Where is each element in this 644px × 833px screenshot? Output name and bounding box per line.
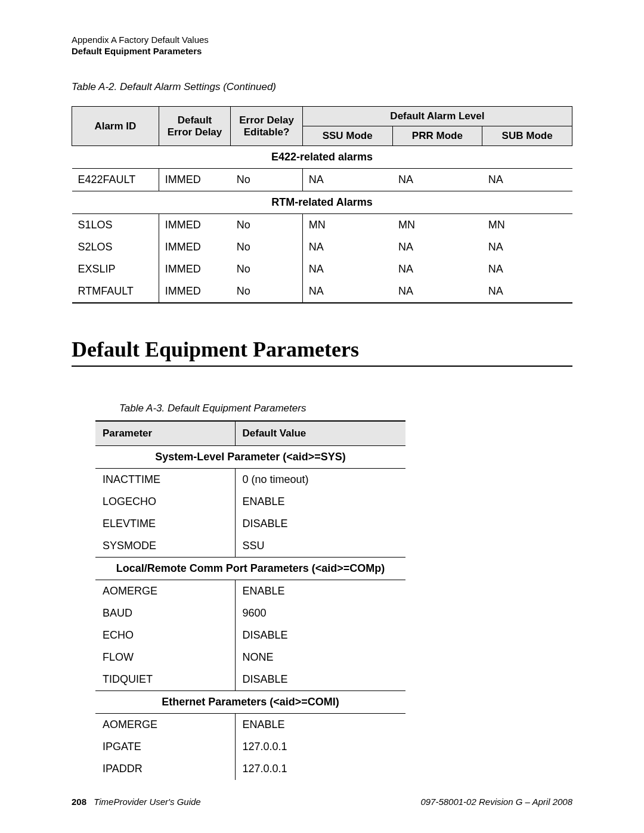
col-default-alarm-level: Default Alarm Level: [302, 107, 572, 126]
table-cell: NA: [302, 280, 392, 303]
table-cell: MN: [302, 214, 392, 237]
param-name: FLOW: [95, 646, 235, 668]
footer-revision: 097-58001-02 Revision G – April 2008: [420, 797, 572, 807]
table-cell: No: [231, 214, 303, 237]
table-cell: EXSLIP: [72, 258, 159, 280]
table-cell: NA: [482, 169, 572, 191]
param-name: IPGATE: [95, 736, 235, 758]
param-value: 0 (no timeout): [235, 469, 405, 491]
running-header-line1: Appendix A Factory Default Values: [72, 35, 572, 45]
table-cell: NA: [302, 236, 392, 258]
table-section-title: RTM-related Alarms: [72, 191, 572, 214]
table-cell: S1LOS: [72, 214, 159, 237]
table-cell: NA: [482, 280, 572, 303]
table-cell: MN: [482, 214, 572, 237]
param-name: LOGECHO: [95, 491, 235, 513]
param-name: ELEVTIME: [95, 513, 235, 535]
table-cell: No: [231, 280, 303, 303]
col-default-error-delay: Default Error Delay: [159, 107, 231, 146]
param-value: ENABLE: [235, 580, 405, 603]
col-alarm-id: Alarm ID: [72, 107, 159, 146]
param-name: AOMERGE: [95, 714, 235, 736]
table-cell: IMMED: [159, 169, 231, 191]
footer-book-title: TimeProvider User's Guide: [94, 797, 200, 807]
table-cell: NA: [392, 169, 482, 191]
table-cell: RTMFAULT: [72, 280, 159, 303]
table-cell: NA: [302, 258, 392, 280]
table-cell: No: [231, 258, 303, 280]
table-cell: IMMED: [159, 258, 231, 280]
param-value: DISABLE: [235, 513, 405, 535]
table-cell: No: [231, 169, 303, 191]
col-error-delay-editable: Error Delay Editable?: [231, 107, 303, 146]
running-header-line2: Default Equipment Parameters: [72, 46, 572, 56]
table-cell: IMMED: [159, 236, 231, 258]
table-cell: MN: [392, 214, 482, 237]
param-value: SSU: [235, 535, 405, 558]
param-value: NONE: [235, 646, 405, 668]
table-cell: E422FAULT: [72, 169, 159, 191]
param-name: INACTTIME: [95, 469, 235, 491]
page-footer: 208 TimeProvider User's Guide 097-58001-…: [72, 797, 572, 807]
table-cell: NA: [302, 169, 392, 191]
table-cell: NA: [392, 280, 482, 303]
col-prr-mode: PRR Mode: [392, 126, 482, 146]
param-name: ECHO: [95, 624, 235, 646]
equipment-parameters-table: Parameter Default Value System-Level Par…: [95, 420, 405, 780]
table-cell: NA: [482, 236, 572, 258]
param-value: DISABLE: [235, 624, 405, 646]
param-section-title: Ethernet Parameters (<aid>=COMI): [95, 691, 405, 714]
param-name: IPADDR: [95, 758, 235, 780]
col-parameter: Parameter: [95, 421, 235, 446]
param-value: 127.0.0.1: [235, 758, 405, 780]
page-number: 208: [72, 797, 86, 807]
table-cell: NA: [392, 258, 482, 280]
table-cell: S2LOS: [72, 236, 159, 258]
param-value: ENABLE: [235, 714, 405, 736]
param-name: SYSMODE: [95, 535, 235, 558]
alarm-settings-table: Alarm ID Default Error Delay Error Delay…: [72, 106, 572, 304]
param-name: TIDQUIET: [95, 668, 235, 691]
table-a3-caption: Table A-3. Default Equipment Parameters: [119, 402, 572, 414]
table-a2-caption: Table A-2. Default Alarm Settings (Conti…: [72, 81, 572, 93]
param-section-title: Local/Remote Comm Port Parameters (<aid>…: [95, 558, 405, 580]
col-sub-mode: SUB Mode: [482, 126, 572, 146]
param-section-title: System-Level Parameter (<aid>=SYS): [95, 446, 405, 469]
param-name: AOMERGE: [95, 580, 235, 603]
param-value: 9600: [235, 602, 405, 624]
table-section-title: E422-related alarms: [72, 146, 572, 169]
table-cell: No: [231, 236, 303, 258]
param-value: DISABLE: [235, 668, 405, 691]
param-value: 127.0.0.1: [235, 736, 405, 758]
col-ssu-mode: SSU Mode: [302, 126, 392, 146]
col-default-value: Default Value: [235, 421, 405, 446]
param-name: BAUD: [95, 602, 235, 624]
table-cell: IMMED: [159, 280, 231, 303]
table-cell: NA: [392, 236, 482, 258]
section-heading: Default Equipment Parameters: [72, 337, 572, 367]
table-cell: IMMED: [159, 214, 231, 237]
table-cell: NA: [482, 258, 572, 280]
param-value: ENABLE: [235, 491, 405, 513]
